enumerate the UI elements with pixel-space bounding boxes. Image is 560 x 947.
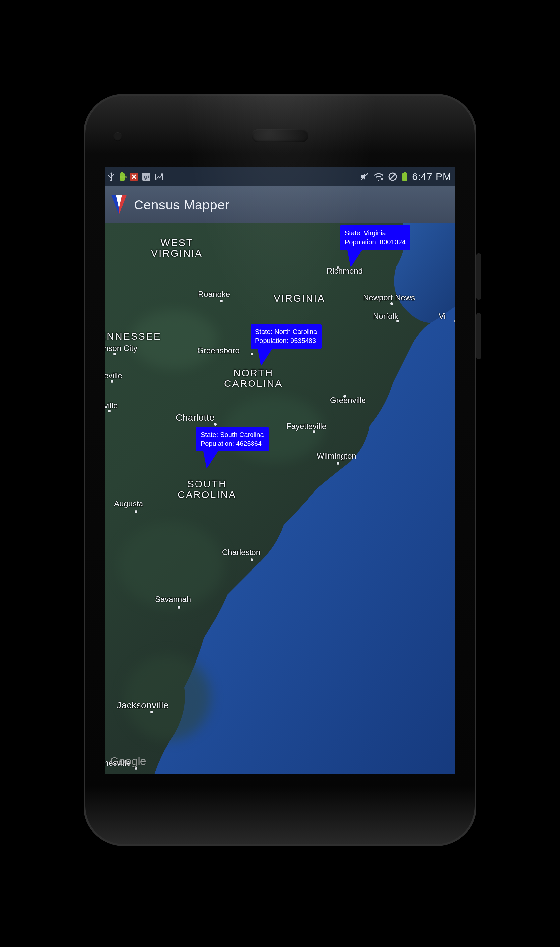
city-label: Savannah (155, 594, 191, 604)
info-bubble[interactable]: State:South CarolinaPopulation:4625364 (196, 427, 269, 451)
info-state-value: Virginia (364, 229, 386, 238)
city-label: Greensboro (197, 346, 240, 355)
picture-in-frame-icon (154, 172, 165, 181)
terrain-blot (125, 654, 211, 741)
city-dot (390, 302, 393, 305)
info-pop-value: 8001024 (380, 238, 406, 246)
city-label: eville (105, 371, 122, 380)
map-view[interactable]: WESTVIRGINIAVIRGINIANORTHCAROLINASOUTHCA… (105, 223, 455, 774)
battery-icon (401, 172, 408, 182)
phone-frame: 100% g+ (83, 94, 477, 846)
google-watermark: Google (110, 755, 146, 768)
city-label: Vi (439, 312, 446, 321)
state-label: SOUTHCAROLINA (178, 479, 236, 499)
city-dot (214, 423, 217, 426)
info-tail (258, 349, 272, 366)
device-screen: 100% g+ (105, 167, 455, 774)
info-state-label: State: (255, 328, 272, 336)
city-dot (111, 380, 113, 382)
city-dot (220, 300, 223, 302)
svg-point-4 (108, 175, 109, 176)
error-badge-icon (129, 172, 138, 181)
no-sync-icon (388, 172, 397, 181)
info-pop-value: 9535483 (290, 336, 316, 345)
city-label: Norfolk (373, 312, 398, 321)
info-pop-label: Population: (201, 439, 234, 448)
app-logo-icon (111, 195, 126, 215)
wifi-icon (374, 172, 384, 181)
volume-up-button[interactable] (477, 253, 481, 300)
status-right: 6:47 PM (360, 171, 455, 182)
city-label: Augusta (114, 499, 143, 508)
info-tail (347, 250, 362, 267)
info-bubble[interactable]: State:VirginiaPopulation:8001024 (340, 225, 410, 250)
app-bar: Census Mapper (105, 186, 455, 223)
city-dot (454, 320, 455, 322)
city-label: Greenville (330, 396, 366, 405)
svg-rect-3 (113, 174, 114, 176)
info-pop-value: 4625364 (236, 439, 262, 448)
info-tail (203, 451, 218, 469)
state-label: TENNESSEE (105, 331, 162, 342)
info-pop-label: Population: (255, 336, 288, 345)
info-callout[interactable]: State:VirginiaPopulation:8001024 (340, 225, 410, 267)
status-bar: 100% g+ (105, 167, 455, 186)
front-camera (113, 132, 122, 141)
svg-rect-18 (404, 172, 406, 173)
battery-small-icon: 100% (118, 172, 126, 181)
info-state-value: North Carolina (274, 328, 317, 336)
city-label: Charleston (222, 548, 260, 557)
info-bubble[interactable]: State:North CarolinaPopulation:9535483 (251, 324, 322, 349)
city-label: ville (105, 401, 118, 410)
city-label: Jacksonville (117, 700, 169, 711)
info-state-value: South Carolina (220, 430, 264, 439)
city-dot (113, 353, 116, 355)
info-callout[interactable]: State:South CarolinaPopulation:4625364 (196, 427, 269, 469)
svg-rect-17 (402, 173, 407, 181)
city-label: Fayetteville (286, 422, 326, 431)
city-label: Richmond (327, 266, 363, 276)
state-label: WESTVIRGINIA (151, 237, 203, 258)
city-label: Newport News (363, 293, 415, 302)
earpiece-speaker (252, 129, 308, 142)
city-label: Roanoke (198, 290, 230, 299)
info-state-label: State: (345, 229, 362, 238)
city-label: Charlotte (175, 412, 215, 423)
stage: 100% g+ (0, 0, 560, 947)
svg-line-16 (390, 174, 395, 180)
city-dot (135, 510, 137, 513)
clock-text: 6:47 PM (412, 171, 451, 182)
app-title: Census Mapper (134, 197, 230, 212)
info-pop-label: Population: (345, 238, 378, 246)
mute-icon (360, 172, 369, 181)
svg-rect-6 (121, 172, 123, 173)
status-left: 100% g+ (105, 172, 165, 182)
city-dot (251, 558, 253, 561)
city-dot (151, 711, 153, 713)
usb-icon (108, 172, 115, 182)
state-label: NORTHCAROLINA (224, 368, 283, 388)
google-plus-icon: g+ (142, 172, 151, 181)
svg-point-11 (161, 173, 163, 176)
info-state-label: State: (201, 430, 218, 439)
info-callout[interactable]: State:North CarolinaPopulation:9535483 (251, 324, 322, 366)
state-label: VIRGINIA (274, 293, 325, 303)
city-label: nson City (105, 344, 137, 353)
city-label: Wilmington (317, 451, 356, 461)
svg-text:g+: g+ (144, 174, 150, 180)
city-dot (178, 606, 180, 608)
battery-pct-small: 100% (120, 176, 127, 179)
volume-down-button[interactable] (477, 313, 481, 359)
city-dot (337, 462, 339, 465)
svg-marker-2 (110, 172, 113, 174)
